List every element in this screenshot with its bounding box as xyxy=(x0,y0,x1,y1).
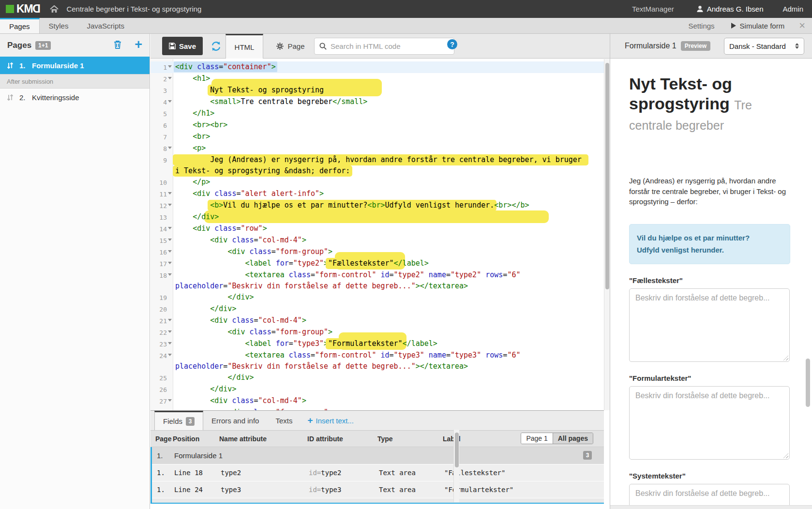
fold-caret-icon[interactable] xyxy=(168,227,172,229)
fold-caret-icon[interactable] xyxy=(168,262,172,264)
fold-caret-icon[interactable] xyxy=(168,100,172,103)
line-number: 12 xyxy=(150,200,173,211)
sidebar-item-formularside-1[interactable]: 1.Formularside 1 xyxy=(0,57,150,74)
cell-page: 1. xyxy=(152,469,174,477)
preview-hscroll-track[interactable] xyxy=(610,505,812,509)
line-number: 17 xyxy=(150,258,173,269)
preview-field-label: "Formulartekster" xyxy=(629,374,790,382)
column-header-page: Page xyxy=(150,435,173,443)
kmd-logo[interactable]: KMD xyxy=(6,2,40,15)
tab-page[interactable]: Page xyxy=(270,34,311,59)
fold-caret-icon[interactable] xyxy=(168,192,172,195)
line-number: 26 xyxy=(150,384,173,395)
tab-styles[interactable]: Styles xyxy=(40,18,78,33)
help-icon[interactable]: ? xyxy=(447,39,457,49)
refresh-icon[interactable] xyxy=(211,41,222,54)
search-input[interactable] xyxy=(331,42,442,50)
toggle-all-pages[interactable]: All pages xyxy=(553,433,593,444)
marker-highlight: "Fællestekster" xyxy=(326,258,396,269)
fold-caret-icon[interactable] xyxy=(168,273,172,276)
fields-scrollbar[interactable] xyxy=(453,430,459,502)
settings-button[interactable]: Settings xyxy=(688,22,714,30)
line-number: 15 xyxy=(150,235,173,246)
group-label: Formularside 1 xyxy=(174,451,604,460)
user-name: Andreas G. Ibsen xyxy=(707,5,764,13)
line-number: 7 xyxy=(150,131,173,143)
admin-menu[interactable]: Admin xyxy=(782,5,803,13)
preview-scrollbar-thumb[interactable] xyxy=(806,359,810,407)
fields-scrollbar-thumb[interactable] xyxy=(455,433,459,467)
code-line: 14 <div class="row"> xyxy=(150,223,604,235)
code-text: </div> xyxy=(175,211,583,223)
add-page-button[interactable]: + xyxy=(135,38,142,51)
code-line: 16 <div class="form-group"> xyxy=(150,246,604,258)
fold-caret-icon[interactable] xyxy=(168,204,172,206)
fields-tab-errors-and-info[interactable]: Errors and info xyxy=(203,411,267,430)
code-line: 3 Nyt Tekst- og sprogstyring xyxy=(150,85,604,96)
fold-caret-icon[interactable] xyxy=(168,239,172,241)
home-icon[interactable] xyxy=(50,5,59,13)
line-number: 1 xyxy=(150,61,173,73)
fold-caret-icon[interactable] xyxy=(168,342,172,344)
fold-caret-icon[interactable] xyxy=(168,319,172,321)
code-text: <div class="form-group"> xyxy=(175,246,583,258)
page-item-number: 2. xyxy=(19,93,32,102)
line-number: 14 xyxy=(150,223,173,235)
preview-textarea[interactable] xyxy=(629,484,790,505)
sidebar-item-kvitteringsside[interactable]: 2.Kvitteringsside xyxy=(0,89,150,106)
code-scrollbar[interactable] xyxy=(604,59,610,410)
marker-highlight: "Formulartekster" xyxy=(326,338,405,349)
table-group-row[interactable]: 1.Formularside 13 xyxy=(152,447,604,464)
line-number: 11 xyxy=(150,188,173,200)
code-line: 24 <textarea class="form-control" id="ty… xyxy=(150,350,604,372)
user-menu[interactable]: Andreas G. Ibsen xyxy=(696,5,764,13)
delete-page-button[interactable] xyxy=(113,40,122,51)
line-number: 18 xyxy=(150,269,173,292)
cell-position: Line 18 xyxy=(174,469,221,477)
code-line: 21 <div class="col-md-4"> xyxy=(150,315,604,327)
main-tab-bar: PagesStylesJavaScripts Settings Simulate… xyxy=(0,18,812,34)
floppy-icon xyxy=(169,43,176,49)
sort-arrows-icon xyxy=(7,94,14,101)
table-row[interactable]: 1.Line 24type3id=type3Text area"Formular… xyxy=(152,481,604,498)
fold-caret-icon[interactable] xyxy=(168,77,172,79)
toggle-page-1[interactable]: Page 1 xyxy=(521,433,553,444)
code-text: <textarea class="form-control" id="type3… xyxy=(175,350,583,372)
column-header-type: Type xyxy=(377,435,443,443)
fold-caret-icon[interactable] xyxy=(168,354,172,356)
simulate-form-button[interactable]: Simulate form xyxy=(731,22,785,30)
table-row[interactable]: 1.Line 18type2id=type2Text area"Fælleste… xyxy=(152,464,604,481)
person-icon xyxy=(696,5,704,13)
cell-type: Text area xyxy=(379,469,444,477)
tab-javascripts[interactable]: JavaScripts xyxy=(77,18,134,33)
line-number: 23 xyxy=(150,338,173,350)
html-code-editor[interactable]: 1<div class="container">2 <h1>3 Nyt Teks… xyxy=(150,59,604,410)
tab-html[interactable]: HTML xyxy=(226,34,263,59)
cell-id: id=type2 xyxy=(309,469,379,477)
close-icon[interactable]: × xyxy=(799,20,805,31)
fold-caret-icon[interactable] xyxy=(168,250,172,253)
code-line: 17 <label for="type2">"Fællestekster"</l… xyxy=(150,258,604,269)
code-scrollbar-thumb[interactable] xyxy=(605,63,609,289)
code-line: 11 <div class="alert alert-info"> xyxy=(150,188,604,200)
editor-toolbar: Save HTML Page ? xyxy=(150,34,610,59)
save-button[interactable]: Save xyxy=(162,37,203,55)
fields-tab-texts[interactable]: Texts xyxy=(267,411,301,430)
preview-textarea[interactable] xyxy=(629,288,790,362)
fields-tab-fields[interactable]: Fields3 xyxy=(154,411,203,431)
fold-caret-icon[interactable] xyxy=(168,65,172,68)
cell-type: Text area xyxy=(379,486,444,494)
preview-textarea[interactable] xyxy=(629,386,790,460)
code-line: 5 </h1> xyxy=(150,108,604,120)
fold-caret-icon[interactable] xyxy=(168,399,172,402)
code-text: <div class="container"> xyxy=(175,61,583,73)
tab-pages[interactable]: Pages xyxy=(0,18,40,33)
language-select[interactable]: Dansk - Standard xyxy=(724,38,804,55)
group-count-badge: 3 xyxy=(583,451,592,460)
insert-text-button[interactable]: +Insert text... xyxy=(301,411,360,430)
fold-caret-icon[interactable] xyxy=(168,147,172,149)
code-text: <p> xyxy=(175,143,583,154)
code-line: 18 <textarea class="form-control" id="ty… xyxy=(150,269,604,292)
cell-label: "Fællestekster" xyxy=(444,469,604,477)
fold-caret-icon[interactable] xyxy=(168,330,172,333)
